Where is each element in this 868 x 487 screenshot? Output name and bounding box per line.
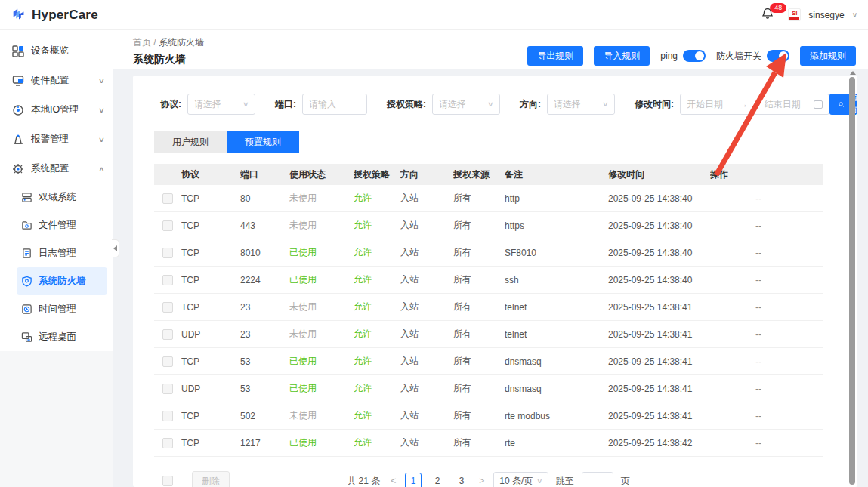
direction-select[interactable]: 请选择 xyxy=(547,94,615,115)
sidebar-item-time-management[interactable]: 时间管理 xyxy=(17,295,107,323)
cell-protocol: TCP xyxy=(181,275,240,285)
cell-policy: 允许 xyxy=(354,246,400,259)
jump-label: 跳至 xyxy=(556,475,574,487)
cell-mtime: 2025-09-25 14:38:41 xyxy=(608,411,710,421)
cell-port: 2224 xyxy=(240,275,289,285)
filter-bar: 协议: 请选择 端口: 授权策略: 请选择 方向: 请选择 修改时间: xyxy=(160,94,823,115)
next-page-button[interactable]: > xyxy=(477,476,486,486)
add-rule-button[interactable]: 添加规则 xyxy=(800,46,856,66)
date-range-picker[interactable]: 开始日期 → 结束日期 xyxy=(680,94,829,115)
cell-source: 所有 xyxy=(453,328,505,341)
policy-filter-label: 授权策略: xyxy=(387,98,426,111)
cell-source: 所有 xyxy=(453,192,505,205)
vertical-scrollbar[interactable] xyxy=(849,69,856,487)
row-checkbox[interactable] xyxy=(162,356,173,367)
breadcrumb-separator: / xyxy=(153,37,156,48)
row-checkbox[interactable] xyxy=(162,193,173,204)
collapse-arrow-icon xyxy=(113,245,117,251)
protocol-select[interactable]: 请选择 xyxy=(187,94,255,115)
chevron-down-icon: ∨ xyxy=(98,136,105,143)
prev-page-button[interactable]: < xyxy=(389,476,397,486)
breadcrumb-home[interactable]: 首页 xyxy=(133,37,151,48)
scrollbar-thumb[interactable] xyxy=(849,77,855,485)
cell-source: 所有 xyxy=(453,409,505,422)
tab-preset-rules[interactable]: 预置规则 xyxy=(227,131,299,153)
row-checkbox[interactable] xyxy=(162,220,173,231)
notification-bell[interactable]: 48 xyxy=(761,6,780,24)
row-checkbox[interactable] xyxy=(162,248,173,258)
sidebar-item-remote-desktop[interactable]: 远程桌面 xyxy=(17,323,107,351)
row-checkbox[interactable] xyxy=(162,302,173,313)
cell-policy: 允许 xyxy=(354,192,400,205)
user-menu-chevron-icon[interactable]: ∨ xyxy=(852,11,857,19)
ping-toggle[interactable] xyxy=(683,50,706,62)
page-button-1[interactable]: 1 xyxy=(405,473,422,487)
row-checkbox[interactable] xyxy=(162,275,173,285)
port-input[interactable] xyxy=(302,94,367,115)
firewall-toggle[interactable] xyxy=(767,50,789,62)
table-row: TCP502未使用允许入站所有rte modbus2025-09-25 14:3… xyxy=(154,402,823,430)
sidebar-item-label: 系统防火墙 xyxy=(39,275,86,288)
clock-icon xyxy=(21,304,32,315)
export-rules-button[interactable]: 导出规则 xyxy=(527,46,583,66)
table-header: 协议端口使用状态授权策略方向授权来源备注修改时间操作 xyxy=(154,164,823,185)
row-checkbox[interactable] xyxy=(162,329,173,340)
sidebar-item-log-management[interactable]: 日志管理 xyxy=(17,239,107,267)
sidebar-item-hardware-config[interactable]: 硬件配置 ∨ xyxy=(0,66,113,95)
cell-action: -- xyxy=(710,384,823,394)
cell-state: 未使用 xyxy=(289,328,354,341)
cell-direction: 入站 xyxy=(400,355,453,368)
table-row: TCP2224已使用允许入站所有ssh2025-09-25 14:38:40-- xyxy=(154,267,823,294)
column-header-0: 协议 xyxy=(181,168,240,181)
row-checkbox[interactable] xyxy=(162,384,173,394)
page-button-2[interactable]: 2 xyxy=(429,473,446,487)
sidebar-item-alarm[interactable]: 报警管理 ∨ xyxy=(0,125,113,154)
cell-protocol: TCP xyxy=(181,438,240,448)
cell-source: 所有 xyxy=(453,273,505,286)
page-size-select[interactable]: 10 条/页 xyxy=(493,472,548,487)
cell-policy: 允许 xyxy=(354,409,400,422)
cell-protocol: UDP xyxy=(181,384,240,394)
cell-state: 未使用 xyxy=(289,192,354,205)
sidebar-item-system-config[interactable]: 系统配置 ∧ xyxy=(0,154,113,183)
row-checkbox[interactable] xyxy=(162,411,173,421)
sidebar-collapse-handle[interactable] xyxy=(112,239,119,257)
shield-icon xyxy=(21,276,32,287)
app-window: HyperCare 48 SI sinsegye ∨ 设备概览 xyxy=(0,0,868,487)
cell-direction: 入站 xyxy=(400,382,453,395)
cell-state: 未使用 xyxy=(289,409,354,422)
cell-state: 已使用 xyxy=(289,382,354,395)
sidebar-item-device-overview[interactable]: 设备概览 xyxy=(0,36,113,66)
sidebar-item-file-management[interactable]: 文件管理 xyxy=(17,211,107,239)
sidebar-item-local-io[interactable]: 本地IO管理 ∨ xyxy=(0,95,113,125)
notification-badge: 48 xyxy=(770,3,786,13)
toggle-knob xyxy=(779,51,788,60)
jump-page-input[interactable] xyxy=(582,472,613,487)
row-checkbox[interactable] xyxy=(162,438,173,448)
cell-protocol: UDP xyxy=(181,329,240,340)
page-button-3[interactable]: 3 xyxy=(453,473,470,487)
column-header-5: 授权来源 xyxy=(453,168,505,181)
cell-direction: 入站 xyxy=(400,192,453,205)
sidebar-item-label: 双域系统 xyxy=(39,191,76,204)
cell-remark: dnsmasq xyxy=(505,384,608,394)
search-icon xyxy=(839,100,844,109)
cell-source: 所有 xyxy=(453,219,505,232)
cell-port: 443 xyxy=(240,220,289,231)
cell-action: -- xyxy=(710,356,823,367)
sidebar-item-dual-system[interactable]: 双域系统 xyxy=(17,183,107,211)
policy-select[interactable]: 请选择 xyxy=(432,94,500,115)
cell-remark: telnet xyxy=(505,329,608,340)
cell-port: 23 xyxy=(240,329,289,340)
cell-action: -- xyxy=(710,275,823,285)
scrollbar-up-arrow-icon[interactable] xyxy=(850,71,856,75)
breadcrumb-current: 系统防火墙 xyxy=(159,37,204,48)
import-rules-button[interactable]: 导入规则 xyxy=(594,46,650,66)
table-row: TCP53已使用允许入站所有dnsmasq2025-09-25 14:38:41… xyxy=(154,348,823,375)
cell-protocol: TCP xyxy=(181,193,240,204)
avatar[interactable]: SI xyxy=(788,8,801,21)
cell-remark: ssh xyxy=(505,275,608,285)
sidebar-item-system-firewall[interactable]: 系统防火墙 xyxy=(17,267,107,295)
tab-user-rules[interactable]: 用户规则 xyxy=(154,131,227,153)
cell-port: 8010 xyxy=(240,248,289,258)
